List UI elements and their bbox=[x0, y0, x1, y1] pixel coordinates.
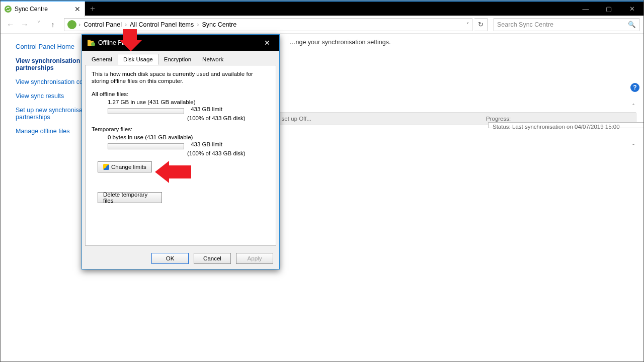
ok-button[interactable]: OK bbox=[151, 253, 189, 264]
close-tab-icon[interactable]: ✕ bbox=[74, 5, 80, 13]
address-dropdown-icon[interactable]: ˅ bbox=[466, 22, 469, 27]
svg-rect-2 bbox=[88, 40, 91, 41]
row-status: Status: Last synchronisation on 04/07/20… bbox=[493, 124, 620, 130]
section-collapse-icon[interactable]: ˆ bbox=[632, 103, 634, 109]
change-limits-button[interactable]: Change limits bbox=[98, 161, 152, 172]
dialog-close-button[interactable]: ✕ bbox=[260, 39, 274, 47]
sync-icon bbox=[5, 6, 12, 13]
search-placeholder: Search Sync Centre bbox=[497, 21, 553, 28]
cancel-button[interactable]: Cancel bbox=[194, 253, 231, 264]
back-button[interactable]: ← bbox=[5, 20, 17, 29]
all-files-limit: 433 GB limit bbox=[191, 106, 222, 112]
forward-button[interactable]: → bbox=[19, 20, 31, 29]
temp-files-limit: 433 GB limit bbox=[191, 141, 222, 147]
annotation-arrow-down bbox=[120, 29, 140, 51]
svg-point-0 bbox=[69, 22, 74, 27]
search-input[interactable]: Search Sync Centre 🔍 bbox=[494, 18, 639, 31]
section-collapse-icon[interactable]: ˆ bbox=[632, 143, 634, 149]
dialog-body: This is how much disk space is currently… bbox=[85, 65, 276, 246]
breadcrumb-sep: › bbox=[195, 21, 201, 28]
search-icon: 🔍 bbox=[628, 21, 636, 28]
tab-disk-usage[interactable]: Disk Usage bbox=[118, 54, 158, 65]
dialog-tabs: General Disk Usage Encryption Network bbox=[82, 51, 279, 65]
minimize-button[interactable]: — bbox=[574, 2, 597, 16]
recent-locations-button[interactable]: ˅ bbox=[33, 20, 45, 29]
new-tab-button[interactable]: ＋ bbox=[85, 2, 100, 16]
offline-files-dialog: Offline Files ✕ General Disk Usage Encry… bbox=[82, 34, 280, 269]
breadcrumb-sep: › bbox=[76, 21, 83, 28]
tab-network[interactable]: Network bbox=[197, 54, 229, 65]
address-toolbar: ← → ˅ ↑ › Control Panel › All Control Pa… bbox=[1, 16, 643, 34]
temp-files-percent: (100% of 433 GB disk) bbox=[187, 150, 270, 156]
breadcrumb-control-panel[interactable]: Control Panel bbox=[83, 21, 123, 28]
maximize-button[interactable]: ▢ bbox=[597, 2, 620, 16]
breadcrumb-all-items[interactable]: All Control Panel Items bbox=[129, 21, 195, 28]
close-window-button[interactable]: ✕ bbox=[620, 2, 643, 16]
temp-files-progressbar bbox=[108, 143, 184, 149]
tab-title: Sync Centre bbox=[15, 6, 48, 13]
all-files-percent: (100% of 433 GB disk) bbox=[187, 115, 270, 121]
delete-temp-files-button[interactable]: Delete temporary files bbox=[98, 192, 162, 203]
all-files-label: All offline files: bbox=[92, 91, 270, 97]
offline-files-icon bbox=[87, 39, 95, 47]
tab-general[interactable]: General bbox=[86, 54, 118, 65]
status-label: Status: bbox=[493, 124, 511, 130]
breadcrumb-sync-centre[interactable]: Sync Centre bbox=[201, 21, 237, 28]
status-value: Last synchronisation on 04/07/2019 15:00 bbox=[512, 124, 620, 130]
sync-partnership-row[interactable]: …rking offline. To set up Off... Progres… bbox=[231, 112, 636, 125]
temp-files-label: Temporary files: bbox=[92, 126, 270, 132]
svg-point-3 bbox=[91, 42, 95, 46]
window-tabbar: Sync Centre ✕ ＋ — ▢ ✕ bbox=[1, 1, 643, 16]
sync-centre-icon bbox=[67, 20, 76, 29]
help-icon[interactable]: ? bbox=[630, 83, 639, 92]
tab-encryption[interactable]: Encryption bbox=[158, 54, 197, 65]
temp-files-usage: 0 bytes in use (431 GB available) bbox=[108, 134, 270, 140]
apply-button[interactable]: Apply bbox=[236, 253, 273, 264]
browser-tab-active[interactable]: Sync Centre ✕ bbox=[1, 2, 85, 17]
up-button[interactable]: ↑ bbox=[47, 21, 59, 29]
refresh-button[interactable]: ↻ bbox=[474, 18, 488, 31]
progress-label: Progress: bbox=[486, 116, 511, 122]
dialog-description: This is how much disk space is currently… bbox=[92, 70, 270, 85]
breadcrumb-sep: › bbox=[123, 21, 129, 28]
all-files-progressbar bbox=[108, 108, 184, 114]
dialog-titlebar[interactable]: Offline Files ✕ bbox=[82, 35, 279, 51]
all-files-usage: 1.27 GB in use (431 GB available) bbox=[108, 99, 270, 105]
dialog-button-row: OK Cancel Apply bbox=[82, 249, 279, 269]
annotation-arrow-left bbox=[155, 161, 191, 183]
